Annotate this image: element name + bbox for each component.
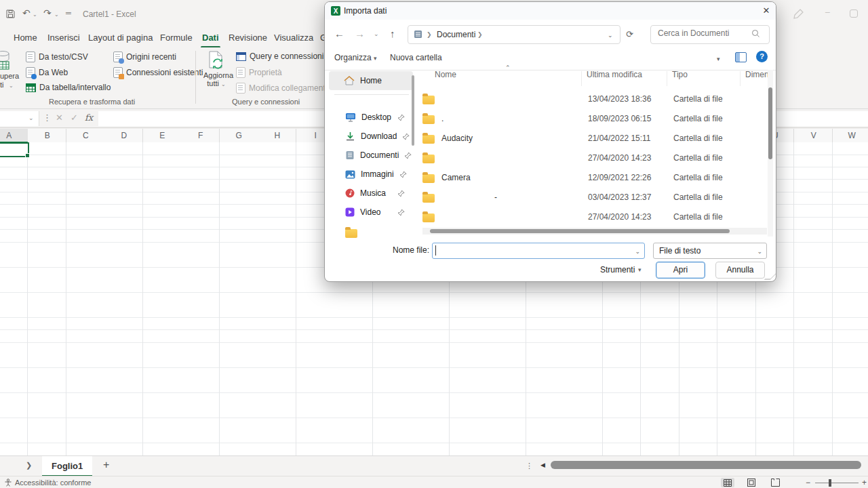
sidebar-item-immagini[interactable]: Immagini [329, 165, 413, 184]
file-row-6[interactable]: - 03/04/2023 12:37 Cartella di file [422, 187, 766, 207]
redo-icon[interactable]: ↷ [43, 8, 52, 18]
search-input[interactable] [656, 28, 747, 39]
header-nome[interactable]: Nome [435, 70, 456, 79]
col-G[interactable]: G [220, 131, 258, 140]
organizza-button[interactable]: Organizza ▾ [334, 53, 377, 62]
horizontal-scrollbar-thumb[interactable] [551, 461, 861, 469]
redo-dropdown-icon[interactable]: ⌄ [54, 12, 59, 18]
col-A[interactable]: A [0, 131, 28, 140]
header-ultima-modifica[interactable]: Ultima modifica [587, 70, 642, 79]
file-row-7[interactable]: 27/04/2020 14:23 Cartella di file [422, 207, 766, 226]
sidebar-item-folder[interactable] [329, 223, 413, 242]
connessioni-esistenti-button[interactable]: Connessioni esistenti [113, 67, 203, 78]
sidebar-item-home[interactable]: Home [329, 71, 413, 90]
origini-recenti-button[interactable]: Origini recenti [113, 52, 176, 62]
filename-dropdown-icon[interactable]: ⌄ [635, 248, 640, 255]
file-row-5[interactable]: Camera 12/09/2021 22:26 Cartella di file [422, 167, 766, 187]
header-dimensione[interactable]: Dimen [745, 70, 769, 79]
list-hscrollbar-thumb[interactable] [430, 229, 730, 233]
add-sheet-button[interactable]: + [103, 459, 109, 471]
query-connessioni-button[interactable]: Query e connessioni [236, 52, 323, 61]
sidebar-item-musica[interactable]: Musica [329, 184, 413, 203]
namebox-chevron-icon[interactable]: ⌄ [28, 115, 34, 121]
minimize-icon[interactable]: − [825, 7, 830, 18]
search-box[interactable] [650, 25, 770, 44]
breadcrumb-documenti[interactable]: Documenti [437, 30, 475, 39]
file-row-4[interactable]: 27/04/2020 14:23 Cartella di file [422, 148, 766, 167]
strumenti-button[interactable]: Strumenti [600, 265, 635, 274]
tab-dati[interactable]: Dati [201, 31, 220, 44]
da-testo-csv-button[interactable]: Da testo/CSV [26, 52, 88, 62]
tab-revisione[interactable]: Revisione [227, 31, 269, 44]
col-C[interactable]: C [66, 131, 105, 140]
normal-view-button[interactable] [721, 478, 734, 487]
help-icon[interactable]: ? [756, 51, 768, 62]
strumenti-chevron-icon[interactable]: ▾ [638, 266, 642, 273]
tab-formule[interactable]: Formule [159, 31, 194, 44]
importa-dati-dialog: X Importa dati ✕ ← → ⌄ ↑ ❯ Documenti ❯ ⌄… [324, 1, 776, 282]
save-icon[interactable] [5, 9, 16, 19]
video-icon [345, 207, 355, 217]
file-row-3[interactable]: Audacity 21/04/2022 15:11 Cartella di fi… [422, 128, 766, 148]
breadcrumb[interactable]: ❯ Documenti ❯ ⌄ [408, 25, 620, 44]
tab-visualizza[interactable]: Visualizza [273, 31, 315, 44]
sidebar-item-documenti[interactable]: Documenti [329, 146, 413, 165]
tab-layout[interactable]: Layout di pagina [87, 31, 154, 44]
file-row-1[interactable]: 13/04/2023 18:36 Cartella di file [422, 89, 766, 108]
header-tipo[interactable]: Tipo [672, 70, 688, 79]
view-mode-chevron-icon[interactable]: ▾ [717, 56, 720, 62]
col-D[interactable]: D [105, 131, 144, 140]
refresh-icon[interactable]: ⟳ [626, 29, 633, 39]
preview-pane-icon[interactable] [735, 52, 747, 62]
undo-icon[interactable]: ↶ [22, 8, 31, 18]
resize-grip[interactable] [764, 273, 776, 280]
scrollbar-dots-icon[interactable]: ⋮ [526, 462, 533, 470]
drag-dots-icon[interactable]: ⋮ [43, 113, 52, 123]
col-H[interactable]: H [258, 131, 297, 140]
col-W[interactable]: W [833, 131, 868, 140]
sidebar-scrollbar-thumb[interactable] [412, 75, 414, 146]
sidebar-item-download[interactable]: Download [329, 127, 413, 146]
apri-button[interactable]: Apri [656, 262, 705, 279]
nuova-cartella-button[interactable]: Nuova cartella [390, 53, 442, 62]
page-break-view-button[interactable] [768, 478, 782, 487]
forward-icon[interactable]: → [355, 28, 365, 39]
sheet-nav-chevron-icon[interactable]: ❯ [26, 461, 32, 470]
col-V[interactable]: V [795, 131, 833, 140]
zoom-slider-track[interactable] [815, 483, 859, 483]
zoom-in-button[interactable]: + [862, 478, 867, 487]
dialog-close-button[interactable]: ✕ [759, 4, 774, 18]
sheet-tab-foglio1[interactable]: Foglio1 [42, 456, 92, 477]
sidebar-item-video[interactable]: Video [329, 203, 413, 222]
zoom-slider-thumb[interactable] [829, 479, 831, 487]
address-dropdown-icon[interactable]: ⌄ [608, 32, 613, 39]
filetype-select[interactable]: File di testo ⌄ [653, 243, 767, 259]
modifica-label: Modifica collegamenti [249, 83, 327, 93]
restore-icon[interactable] [850, 9, 858, 18]
recent-locations-chevron-icon[interactable]: ⌄ [374, 30, 379, 37]
qat-customize-icon[interactable]: ═ [66, 8, 71, 18]
da-tabella-button[interactable]: Da tabella/intervallo [26, 83, 111, 92]
col-B[interactable]: B [28, 131, 67, 140]
zoom-out-button[interactable]: − [806, 478, 810, 487]
accessibility-status[interactable]: Accessibilità: conforme [15, 479, 92, 487]
hscroll-left-arrow-icon[interactable]: ◀ [540, 462, 545, 468]
back-icon[interactable]: ← [334, 28, 344, 39]
tab-inserisci[interactable]: Inserisci [46, 31, 81, 44]
filename-input[interactable]: ⌄ [432, 243, 645, 259]
folder-icon [422, 194, 435, 203]
aggiorna-tutti-button[interactable]: Aggiorna tutti ⌄ [203, 50, 229, 89]
col-F[interactable]: F [182, 131, 220, 140]
annulla-button[interactable]: Annulla [715, 262, 765, 279]
col-E[interactable]: E [143, 131, 182, 140]
sidebar-item-desktop[interactable]: Desktop [329, 108, 413, 127]
insert-function-icon[interactable]: fx [85, 113, 93, 123]
undo-dropdown-icon[interactable]: ⌄ [33, 12, 37, 18]
da-web-button[interactable]: Da Web [26, 67, 68, 78]
page-layout-view-button[interactable] [745, 478, 758, 487]
selected-cell-a1[interactable] [0, 142, 29, 157]
up-icon[interactable]: ↑ [390, 28, 395, 39]
file-row-2[interactable]: . 18/09/2023 06:15 Cartella di file [422, 108, 766, 128]
list-scrollbar-thumb[interactable] [768, 87, 772, 159]
tab-home[interactable]: Home [12, 31, 39, 44]
